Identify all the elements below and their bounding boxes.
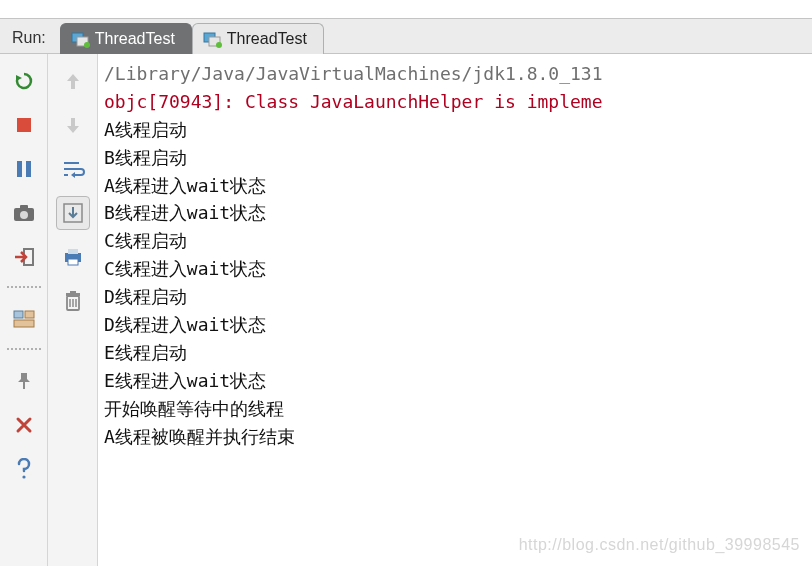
console-output[interactable]: /Library/Java/JavaVirtualMachines/jdk1.8… — [98, 54, 812, 566]
rerun-icon — [13, 70, 35, 92]
svg-point-5 — [216, 42, 222, 48]
svg-rect-7 — [17, 161, 22, 177]
scroll-to-end-button[interactable] — [56, 196, 90, 230]
console-line: E线程启动 — [104, 339, 808, 367]
run-toolwindow-header: Run: ThreadTest ThreadTest — [0, 18, 812, 54]
arrow-down-icon — [64, 115, 82, 135]
clear-button[interactable] — [56, 284, 90, 318]
print-button[interactable] — [56, 240, 90, 274]
exit-icon — [13, 247, 35, 267]
svg-rect-8 — [26, 161, 31, 177]
svg-rect-24 — [70, 291, 76, 294]
rerun-button[interactable] — [7, 64, 41, 98]
svg-point-17 — [22, 475, 25, 478]
close-icon — [15, 416, 33, 434]
exit-button[interactable] — [7, 240, 41, 274]
help-icon — [15, 458, 33, 480]
console-line: C线程启动 — [104, 227, 808, 255]
run-config-icon — [203, 32, 221, 46]
camera-icon — [13, 204, 35, 222]
stop-icon — [15, 116, 33, 134]
tab-threadtest-active[interactable]: ThreadTest — [60, 23, 192, 54]
console-line: D线程进入wait状态 — [104, 311, 808, 339]
run-config-icon — [71, 32, 89, 46]
svg-rect-14 — [25, 311, 34, 318]
help-button[interactable] — [7, 452, 41, 486]
console-line: objc[70943]: Class JavaLaunchHelper is i… — [104, 88, 808, 116]
svg-point-11 — [20, 211, 28, 219]
console-line: A线程被唤醒并执行结束 — [104, 423, 808, 451]
layout-button[interactable] — [7, 302, 41, 336]
soft-wrap-button[interactable] — [56, 152, 90, 186]
svg-rect-16 — [23, 382, 25, 389]
svg-rect-21 — [68, 259, 78, 265]
down-button[interactable] — [56, 108, 90, 142]
svg-rect-10 — [20, 205, 28, 209]
editor-strip — [0, 0, 812, 18]
close-button[interactable] — [7, 408, 41, 442]
console-line: D线程启动 — [104, 283, 808, 311]
arrow-up-icon — [64, 71, 82, 91]
svg-rect-20 — [68, 249, 78, 254]
console-line: C线程进入wait状态 — [104, 255, 808, 283]
soft-wrap-icon — [61, 159, 85, 179]
print-icon — [62, 247, 84, 267]
console-line: B线程启动 — [104, 144, 808, 172]
pin-button[interactable] — [7, 364, 41, 398]
svg-rect-13 — [14, 311, 23, 318]
pause-button[interactable] — [7, 152, 41, 186]
dump-threads-button[interactable] — [7, 196, 41, 230]
svg-rect-15 — [14, 320, 34, 327]
console-line: B线程进入wait状态 — [104, 199, 808, 227]
run-action-toolbar — [0, 54, 48, 566]
pause-icon — [15, 159, 33, 179]
layout-icon — [13, 310, 35, 328]
scroll-to-end-icon — [62, 202, 84, 224]
run-label: Run: — [0, 29, 60, 53]
console-line: 开始唤醒等待中的线程 — [104, 395, 808, 423]
tab-threadtest-inactive[interactable]: ThreadTest — [192, 23, 324, 54]
console-line: E线程进入wait状态 — [104, 367, 808, 395]
stop-button[interactable] — [7, 108, 41, 142]
pin-icon — [15, 371, 33, 391]
console-toolbar — [48, 54, 98, 566]
console-line: A线程进入wait状态 — [104, 172, 808, 200]
console-line: /Library/Java/JavaVirtualMachines/jdk1.8… — [104, 60, 808, 88]
run-tabs: ThreadTest ThreadTest — [60, 22, 324, 53]
watermark: http://blog.csdn.net/github_39998545 — [519, 533, 800, 558]
console-line: A线程启动 — [104, 116, 808, 144]
trash-icon — [63, 290, 83, 312]
up-button[interactable] — [56, 64, 90, 98]
svg-point-2 — [84, 42, 90, 48]
run-toolwindow-body: /Library/Java/JavaVirtualMachines/jdk1.8… — [0, 54, 812, 566]
tab-label: ThreadTest — [227, 30, 307, 48]
toolbar-divider — [7, 286, 41, 290]
tab-label: ThreadTest — [95, 30, 175, 48]
toolbar-divider — [7, 348, 41, 352]
svg-rect-6 — [17, 118, 31, 132]
